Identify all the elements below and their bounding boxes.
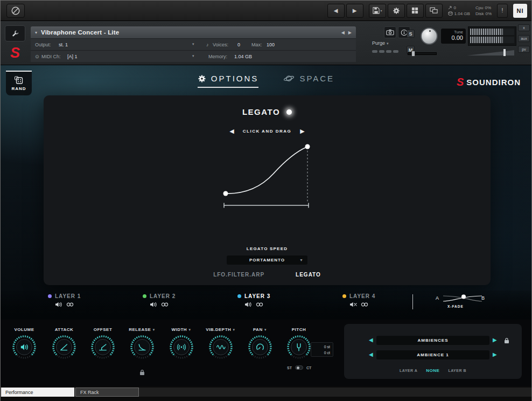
ambience-none-value[interactable]: NONE [426, 368, 439, 373]
undo-button[interactable]: ◀ [327, 4, 345, 18]
ambience-layer-a[interactable]: LAYER A [400, 369, 417, 372]
layer-3-link-icon[interactable] [256, 302, 263, 307]
layer-2-speaker-icon[interactable] [150, 302, 157, 307]
vibdepth-knob[interactable] [208, 335, 233, 359]
layer-4-label: LAYER 4 [349, 293, 375, 299]
width-label: WIDTH [171, 327, 187, 332]
level-meters [468, 26, 516, 46]
solo-button[interactable]: S [407, 30, 415, 38]
preset-next-icon[interactable]: ▶ [493, 351, 497, 357]
save-button[interactable]: ▾ [369, 4, 386, 18]
layer-4-link-icon[interactable] [361, 302, 368, 307]
layer-3-speaker-icon[interactable] [244, 302, 252, 307]
legato-title: LEGATO [242, 107, 280, 116]
instrument-header: S ▾ Vibraphone Concert - Lite ◀ ▶ Output… [1, 21, 531, 65]
ambience-lock-icon[interactable] [504, 337, 509, 344]
pitch-knob[interactable] [286, 335, 311, 359]
ambience-preset-row: ◀ AMBIENCE 1 ▶ [344, 350, 522, 359]
aux-button[interactable]: aux [518, 35, 530, 42]
subtab-lfo-filter-arp[interactable]: LFO.FILTER.ARP [213, 272, 264, 278]
bank-prev-icon[interactable]: ◀ [369, 337, 373, 343]
vibdepth-knob-unit: VIB.DEPTH▼ [204, 327, 238, 359]
workspace-button[interactable] [425, 4, 443, 18]
remove-instrument-button[interactable]: x [518, 24, 530, 31]
xfade-label: X-FADE [447, 305, 464, 308]
view-tiles-button[interactable] [407, 4, 424, 18]
pan-slider[interactable] [408, 52, 437, 55]
output-label: Output: [35, 42, 51, 47]
ni-logo[interactable]: NI [513, 4, 527, 18]
offset-knob[interactable] [90, 335, 115, 359]
layer-2-link-icon[interactable] [161, 302, 169, 307]
volume-knob[interactable] [12, 335, 37, 359]
attack-knob[interactable] [52, 335, 76, 359]
subtab-legato[interactable]: LEGATO [296, 272, 321, 278]
layer-3[interactable]: LAYER 3 [237, 293, 270, 307]
midi-dropdown-icon[interactable]: ▾ [192, 54, 194, 58]
instrument-title-bar[interactable]: ▾ Vibraphone Concert - Lite ◀ ▶ [31, 26, 356, 38]
output-value[interactable]: st. 1 [59, 42, 68, 47]
drag-right-icon[interactable]: ▶ [300, 128, 304, 135]
panel-subtabs: LFO.FILTER.ARP LEGATO [44, 272, 491, 278]
vibdepth-dropdown-icon: ▼ [232, 328, 235, 331]
purge-menu[interactable]: Purge▾ [372, 40, 389, 46]
layer-1-link-icon[interactable] [66, 302, 74, 307]
drag-left-icon[interactable]: ◀ [229, 128, 234, 135]
tune-display[interactable]: Tune 0.00 [441, 29, 466, 44]
legato-speed-dropdown[interactable]: PORTAMENTO ▼ [227, 255, 307, 265]
toolbar-status-right: Cpu 0% Disk 0% [475, 5, 492, 16]
output-dropdown-icon[interactable]: ▾ [192, 42, 194, 46]
ambience-preset-select[interactable]: AMBIENCE 1 [376, 350, 489, 359]
redo-button[interactable]: ▶ [346, 4, 363, 18]
midi-value[interactable]: [A] 1 [67, 54, 78, 59]
prev-instrument-icon[interactable]: ◀ [341, 30, 345, 35]
tab-space[interactable]: SPACE [283, 74, 334, 88]
ambience-bank-select[interactable]: AMBIENCES [376, 336, 489, 345]
release-knob-unit: RELEASE▼ [125, 327, 159, 359]
layer-strip: LAYER 1 LAYER 2 LAYER 3 [1, 291, 531, 320]
pan-knob[interactable] [248, 335, 272, 359]
warning-button[interactable]: ! [497, 4, 508, 18]
st-label[interactable]: ST [287, 366, 292, 370]
release-knob[interactable] [130, 335, 155, 359]
volume-slider[interactable] [467, 49, 516, 56]
tab-performance[interactable]: Performance [1, 388, 74, 397]
tab-options[interactable]: OPTIONS [198, 74, 259, 88]
layer-1-speaker-icon[interactable] [55, 302, 62, 307]
legato-power-toggle[interactable] [286, 109, 292, 115]
release-ramp-icon [137, 342, 147, 352]
ct-label[interactable]: CT [306, 366, 311, 370]
ambience-layer-row: LAYER A NONE LAYER B [344, 368, 522, 373]
drag-hint: CLICK AND DRAG [243, 129, 291, 134]
layer-4-dot [342, 294, 346, 298]
browser-toggle-button[interactable] [6, 4, 25, 18]
pv-button[interactable]: pv [518, 46, 530, 53]
preset-prev-icon[interactable]: ◀ [369, 351, 373, 357]
next-instrument-icon[interactable]: ▶ [348, 30, 352, 35]
release-label: RELEASE [129, 327, 151, 332]
bank-next-icon[interactable]: ▶ [493, 337, 497, 343]
st-ct-toggle[interactable] [295, 365, 303, 370]
layer-2[interactable]: LAYER 2 [143, 293, 176, 307]
tune-knob[interactable] [421, 27, 438, 45]
width-knob[interactable] [169, 335, 194, 359]
pan-knob-unit: PAN▼ [243, 327, 277, 359]
offset-ramp-icon [98, 342, 108, 352]
legato-curve-editor[interactable] [216, 139, 318, 210]
layer-4-speaker-muted-icon[interactable] [349, 302, 357, 307]
ambience-layer-b[interactable]: LAYER B [448, 369, 466, 372]
settings-button[interactable] [388, 4, 405, 18]
attack-knob-unit: ATTACK [47, 327, 81, 359]
max-value[interactable]: 100 [267, 42, 275, 47]
xfade-slider[interactable] [442, 294, 483, 303]
layer-1[interactable]: LAYER 1 [48, 293, 81, 307]
tab-fx-rack[interactable]: FX Rack [75, 388, 139, 397]
kontakt-window: ◀ ▶ ▾ [0, 0, 532, 401]
legato-panel: LEGATO ◀ CLICK AND DRAG ▶ LEGAT [44, 95, 491, 285]
release-lock-icon[interactable] [139, 369, 145, 376]
snapshot-camera-button[interactable] [384, 26, 396, 38]
collapse-icon[interactable]: ▾ [35, 30, 37, 35]
pitch-semitones: 0 st [314, 344, 330, 350]
layer-4[interactable]: LAYER 4 [342, 293, 375, 307]
edit-instrument-button[interactable] [5, 25, 25, 42]
